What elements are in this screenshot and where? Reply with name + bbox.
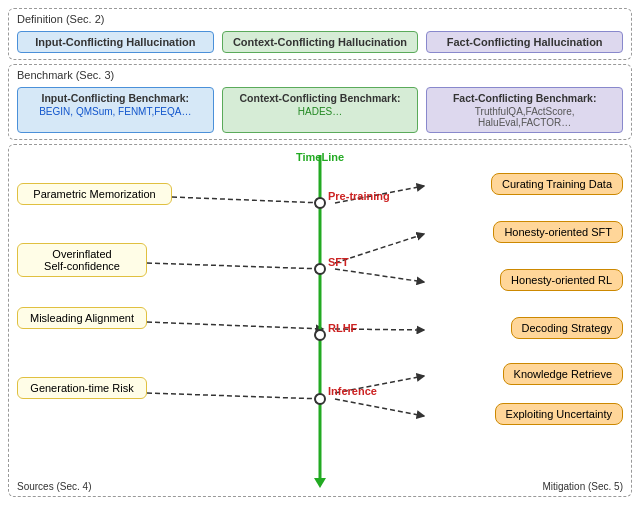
concept-misleading: Misleading Alignment [17, 307, 147, 329]
svg-line-0 [172, 197, 323, 203]
stage-inference: Inference [328, 385, 377, 397]
node-pretraining [314, 197, 326, 209]
mitigation-knowledge: Knowledge Retrieve [503, 363, 623, 385]
timeline-section: TimeLine Pre-training SFT RLHF Inference… [8, 144, 632, 497]
fact-conflicting-box: Fact-Conflicting Hallucination [426, 31, 623, 53]
svg-line-7 [147, 393, 323, 399]
context-conflicting-box: Context-Conflicting Hallucination [222, 31, 419, 53]
benchmark-section: Benchmark (Sec. 3) Input-Conflicting Ben… [8, 64, 632, 140]
concept-overinflated: Overinflated Self-confidence [17, 243, 147, 277]
svg-line-4 [335, 269, 424, 282]
fact-bench-box: Fact-Conflicting Benchmark: TruthfulQA,F… [426, 87, 623, 133]
input-bench-box: Input-Conflicting Benchmark: BEGIN, QMSu… [17, 87, 214, 133]
mitigation-honesty-sft: Honesty-oriented SFT [493, 221, 623, 243]
mitigation-decoding: Decoding Strategy [511, 317, 624, 339]
svg-line-5 [147, 322, 323, 329]
mitigation-exploiting: Exploiting Uncertainty [495, 403, 623, 425]
mitigation-honesty-rl: Honesty-oriented RL [500, 269, 623, 291]
main-container: Definition (Sec. 2) Input-Conflicting Ha… [0, 0, 640, 505]
mitigation-label: Mitigation (Sec. 5) [542, 481, 623, 492]
svg-line-2 [147, 263, 323, 269]
definition-row: Input-Conflicting Hallucination Context-… [17, 31, 623, 53]
benchmark-row: Input-Conflicting Benchmark: BEGIN, QMSu… [17, 87, 623, 133]
stage-rlhf: RLHF [328, 322, 357, 334]
stage-pretraining: Pre-training [328, 190, 390, 202]
concept-generation: Generation-time Risk [17, 377, 147, 399]
concept-parametric: Parametric Memorization [17, 183, 172, 205]
timeline-arrow [314, 478, 326, 488]
context-bench-box: Context-Conflicting Benchmark: HADES… [222, 87, 419, 133]
mitigation-curating: Curating Training Data [491, 173, 623, 195]
node-rlhf [314, 329, 326, 341]
timeline-label: TimeLine [296, 151, 344, 163]
definition-label: Definition (Sec. 2) [17, 13, 623, 25]
definition-section: Definition (Sec. 2) Input-Conflicting Ha… [8, 8, 632, 60]
benchmark-label: Benchmark (Sec. 3) [17, 69, 623, 81]
sources-label: Sources (Sec. 4) [17, 481, 91, 492]
node-sft [314, 263, 326, 275]
stage-sft: SFT [328, 256, 349, 268]
node-inference [314, 393, 326, 405]
input-conflicting-box: Input-Conflicting Hallucination [17, 31, 214, 53]
svg-line-9 [335, 399, 424, 416]
